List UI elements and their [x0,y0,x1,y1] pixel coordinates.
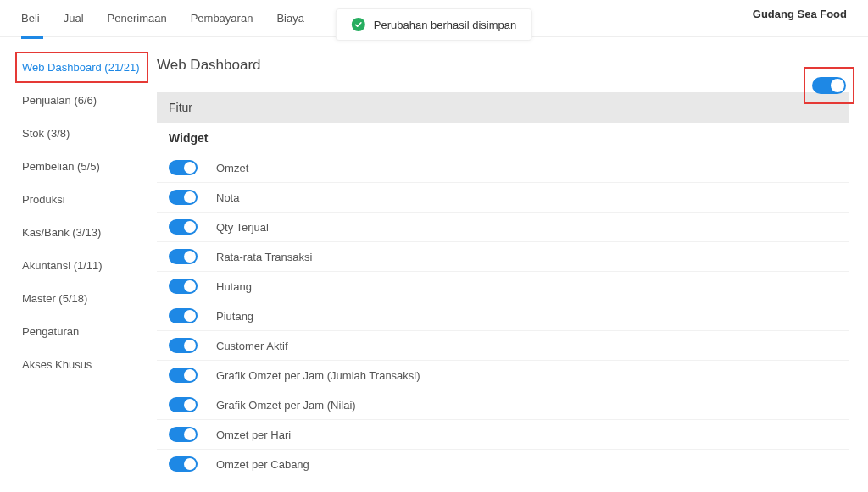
sidebar-item-akses-khusus[interactable]: Akses Khusus [15,349,148,380]
widget-row: Hutang [157,272,849,301]
content-area: Web Dashboard Fitur Widget Omzet Nota Qt… [148,52,868,478]
widget-row: Rata-rata Transaksi [157,242,849,272]
toggle-nota[interactable] [169,190,198,205]
master-switch-highlight [804,67,854,104]
widget-label: Omzet [216,162,248,174]
toggle-piutang[interactable] [169,308,198,323]
widget-label: Piutang [216,310,253,323]
widget-label: Qty Terjual [216,221,269,234]
sidebar: Web Dashboard (21/21) Penjualan (6/6) St… [0,52,148,478]
toggle-grafik-jam-nilai[interactable] [169,397,198,412]
nav-beli[interactable]: Beli [21,12,40,25]
sidebar-item-stok[interactable]: Stok (3/8) [15,118,148,149]
subheader-widget: Widget [157,123,849,153]
widget-row: Customer Aktif [157,331,849,361]
nav-pembayaran[interactable]: Pembayaran [191,12,253,25]
company-subtext [753,20,847,29]
widget-label: Omzet per Cabang [216,458,309,471]
sidebar-item-web-dashboard[interactable]: Web Dashboard (21/21) [15,52,148,83]
widget-label: Omzet per Hari [216,428,291,441]
nav-biaya[interactable]: Biaya [276,12,304,25]
check-circle-icon [352,18,365,31]
toast-text: Perubahan berhasil disimpan [374,19,516,31]
sidebar-item-penjualan[interactable]: Penjualan (6/6) [15,85,148,116]
toggle-omzet-per-hari[interactable] [169,427,198,442]
widget-label: Customer Aktif [216,340,288,352]
toggle-omzet-per-cabang[interactable] [169,456,198,472]
toggle-customer-aktif[interactable] [169,338,198,353]
widget-row: Omzet per Hari [157,420,849,450]
company-name: Gudang Sea Food [753,8,847,21]
master-toggle[interactable] [812,77,846,94]
nav-penerimaan[interactable]: Penerimaan [108,12,167,25]
widget-row: Nota [157,183,849,213]
toggle-omzet[interactable] [169,160,198,175]
widget-row: Omzet [157,153,849,183]
top-nav: Beli Jual Penerimaan Pembayaran Biaya Gu… [0,0,868,37]
sidebar-item-pengaturan[interactable]: Pengaturan [15,316,148,347]
sidebar-item-kas-bank[interactable]: Kas/Bank (3/13) [15,217,148,248]
widget-row: Omzet per Cabang [157,450,849,478]
sidebar-item-pembelian[interactable]: Pembelian (5/5) [15,151,148,182]
widget-row: Grafik Omzet per Jam (Jumlah Transaksi) [157,361,849,390]
widget-label: Hutang [216,280,252,293]
widget-row: Piutang [157,301,849,331]
widget-row: Qty Terjual [157,213,849,242]
widget-label: Grafik Omzet per Jam (Jumlah Transaksi) [216,369,420,382]
toggle-grafik-jam-jumlah[interactable] [169,368,198,383]
sidebar-item-master[interactable]: Master (5/18) [15,283,148,314]
toggle-qty-terjual[interactable] [169,219,198,235]
widget-rows: Omzet Nota Qty Terjual Rata-rata Transak… [157,153,849,478]
widget-label: Nota [216,191,239,204]
widget-row: Grafik Omzet per Jam (Nilai) [157,390,849,420]
company-block: Gudang Sea Food [753,8,847,30]
section-header-fitur: Fitur [157,92,849,123]
page-title: Web Dashboard [157,57,849,74]
toggle-hutang[interactable] [169,279,198,294]
sidebar-item-produksi[interactable]: Produksi [15,184,148,215]
success-toast: Perubahan berhasil disimpan [336,8,532,41]
nav-jual[interactable]: Jual [64,12,84,25]
widget-label: Rata-rata Transaksi [216,251,312,263]
toggle-rata-rata[interactable] [169,249,198,264]
sidebar-item-akuntansi[interactable]: Akuntansi (1/11) [15,250,148,281]
widget-label: Grafik Omzet per Jam (Nilai) [216,399,356,412]
